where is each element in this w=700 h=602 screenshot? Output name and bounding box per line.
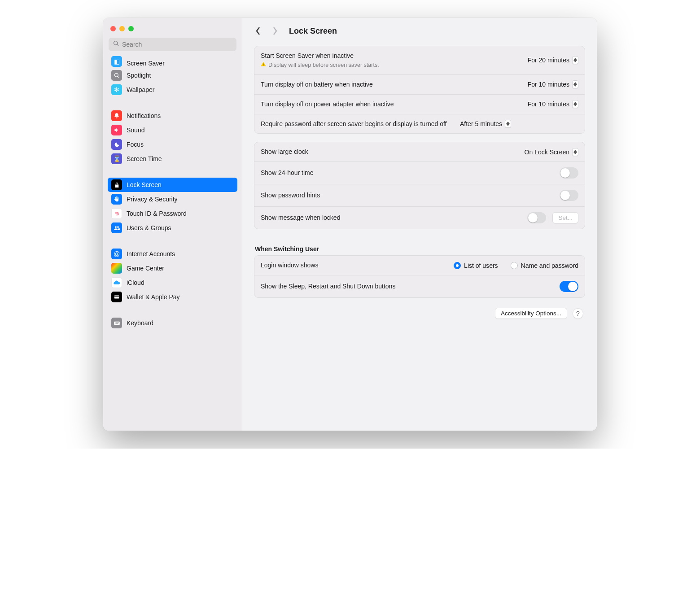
sidebar-item-wallet-apple-pay[interactable]: Wallet & Apple Pay — [108, 290, 237, 304]
inactivity-panel: Start Screen Saver when inactive Display… — [254, 46, 585, 134]
radio-icon — [511, 262, 518, 269]
radio-list-of-users[interactable]: List of users — [454, 262, 498, 269]
toggle-password-hints[interactable] — [560, 190, 578, 201]
zoom-window-button[interactable] — [128, 26, 134, 31]
svg-rect-3 — [115, 322, 115, 323]
row-require-password: Require password after screen saver begi… — [254, 114, 585, 134]
popup-value: For 10 minutes — [528, 100, 569, 108]
sidebar: ◧ Screen Saver Spotlight ✻ Wallpaper — [103, 18, 242, 431]
sidebar-item-users-groups[interactable]: Users & Groups — [108, 221, 237, 235]
svg-rect-2 — [114, 321, 120, 325]
row-label: Require password after screen saver begi… — [261, 120, 447, 127]
close-window-button[interactable] — [110, 26, 116, 31]
row-password-hints: Show password hints — [254, 184, 585, 206]
speaker-icon — [111, 125, 122, 135]
popup-value: For 20 minutes — [528, 57, 569, 64]
sidebar-item-wallpaper[interactable]: ✻ Wallpaper — [108, 83, 237, 97]
sidebar-item-keyboard[interactable]: Keyboard — [108, 316, 237, 330]
footer: Accessibility Options... ? — [254, 306, 585, 321]
row-lock-message: Show message when locked Set... — [254, 206, 585, 229]
lock-icon — [111, 179, 122, 190]
sidebar-item-label: Privacy & Security — [127, 196, 178, 203]
sidebar-item-label: Notifications — [127, 112, 161, 119]
sidebar-item-focus[interactable]: Focus — [108, 137, 237, 152]
row-label: Login window shows — [261, 262, 318, 269]
toggle-24hour[interactable] — [560, 167, 578, 179]
minimize-window-button[interactable] — [119, 26, 125, 31]
password-popup[interactable]: After 5 minutes — [460, 120, 511, 128]
popup-stepper-icon — [572, 148, 578, 156]
sidebar-item-label: Screen Time — [127, 155, 162, 162]
page-title: Lock Screen — [289, 26, 337, 36]
sidebar-item-spotlight[interactable]: Spotlight — [108, 68, 237, 83]
sidebar-item-privacy-security[interactable]: Privacy & Security — [108, 192, 237, 206]
sidebar-item-touch-id[interactable]: Touch ID & Password — [108, 206, 237, 221]
row-adapter-display: Turn display off on power adapter when i… — [254, 94, 585, 114]
sidebar-item-label: Lock Screen — [127, 181, 162, 188]
accessibility-options-button[interactable]: Accessibility Options... — [495, 308, 567, 319]
clock-popup[interactable]: On Lock Screen — [525, 148, 578, 156]
sidebar-item-label: Keyboard — [127, 319, 153, 327]
popup-stepper-icon — [572, 100, 578, 108]
radio-label: List of users — [464, 262, 498, 269]
popup-stepper-icon — [572, 80, 578, 88]
sidebar-item-sound[interactable]: Sound — [108, 123, 237, 137]
sidebar-item-screen-time[interactable]: ⌛ Screen Time — [108, 152, 237, 166]
screen-saver-popup[interactable]: For 20 minutes — [528, 56, 578, 64]
sidebar-item-label: Wallet & Apple Pay — [127, 293, 180, 301]
window-controls — [103, 23, 242, 38]
sidebar-item-lock-screen[interactable]: Lock Screen — [108, 178, 237, 192]
row-large-clock: Show large clock On Lock Screen — [254, 142, 585, 161]
row-login-window: Login window shows List of users Name an… — [254, 256, 585, 275]
row-sleep-restart-buttons: Show the Sleep, Restart and Shut Down bu… — [254, 275, 585, 297]
radio-name-password[interactable]: Name and password — [511, 262, 578, 269]
sidebar-item-label: Focus — [127, 141, 144, 148]
game-center-icon — [111, 263, 122, 274]
radio-label: Name and password — [521, 262, 578, 269]
users-icon — [111, 222, 122, 233]
popup-value: On Lock Screen — [525, 148, 569, 156]
search-icon — [113, 40, 122, 48]
toggle-sleep-restart[interactable] — [560, 281, 578, 292]
screensaver-icon: ◧ — [111, 56, 122, 67]
content-area: Lock Screen Start Screen Saver when inac… — [242, 18, 597, 431]
battery-popup[interactable]: For 10 minutes — [528, 80, 578, 88]
row-label: Show the Sleep, Restart and Shut Down bu… — [261, 283, 395, 290]
switching-user-heading: When Switching User — [254, 237, 585, 255]
popup-value: For 10 minutes — [528, 81, 569, 88]
moon-icon — [111, 139, 122, 150]
sidebar-item-icloud[interactable]: iCloud — [108, 275, 237, 290]
display-panel: Show large clock On Lock Screen Show 24-… — [254, 142, 585, 229]
row-label: Show large clock — [261, 148, 308, 155]
keyboard-icon — [111, 318, 122, 328]
set-message-button[interactable]: Set... — [552, 212, 578, 223]
svg-rect-8 — [263, 63, 264, 65]
toggle-lock-message[interactable] — [527, 212, 546, 223]
sidebar-list[interactable]: ◧ Screen Saver Spotlight ✻ Wallpaper — [103, 54, 242, 431]
row-label: Show message when locked — [261, 214, 340, 221]
warning-subtext: Display will sleep before screen saver s… — [261, 61, 521, 69]
wallet-icon — [111, 292, 122, 302]
sidebar-item-label: Screen Saver — [127, 60, 165, 67]
fingerprint-icon — [111, 208, 122, 219]
back-button[interactable] — [251, 24, 265, 38]
sidebar-item-label: Touch ID & Password — [127, 210, 187, 217]
forward-button[interactable] — [268, 24, 282, 38]
sidebar-item-label: Game Center — [127, 265, 164, 272]
hand-icon — [111, 194, 122, 205]
adapter-popup[interactable]: For 10 minutes — [528, 100, 578, 108]
svg-rect-4 — [116, 322, 116, 323]
sidebar-item-internet-accounts[interactable]: @ Internet Accounts — [108, 247, 237, 261]
help-button[interactable]: ? — [573, 308, 583, 319]
sidebar-item-notifications[interactable]: Notifications — [108, 109, 237, 123]
search-input[interactable] — [122, 41, 232, 48]
sidebar-item-label: Internet Accounts — [127, 250, 175, 257]
hourglass-icon: ⌛ — [111, 153, 122, 164]
search-field[interactable] — [109, 38, 236, 51]
popup-value: After 5 minutes — [460, 120, 502, 127]
popup-stepper-icon — [505, 120, 511, 128]
sidebar-item-game-center[interactable]: Game Center — [108, 261, 237, 275]
sidebar-item-screen-saver[interactable]: ◧ Screen Saver — [108, 54, 237, 68]
warning-icon — [261, 61, 266, 69]
popup-stepper-icon — [572, 56, 578, 64]
